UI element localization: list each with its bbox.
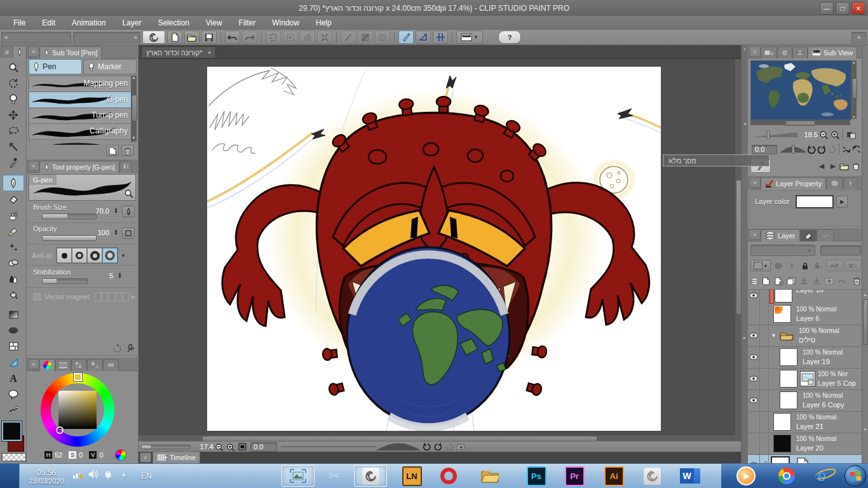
vector-magnet-checkbox[interactable] — [33, 293, 41, 301]
tool-decoration[interactable] — [3, 224, 24, 239]
show-hidden-icons[interactable]: ▲ — [118, 469, 129, 480]
vector-magnet-expand-icon[interactable]: ▶ — [132, 294, 135, 300]
brush-list-scrollbar[interactable]: ▲ ▼ — [131, 76, 137, 142]
subview-vscrollbar[interactable]: ▲▼ — [851, 60, 857, 119]
subtool-menu-button[interactable]: ≡ — [28, 46, 39, 57]
layer-property-menu-button[interactable]: ≡ — [749, 177, 761, 187]
panel-collapse-strip-2[interactable]: « — [73, 32, 140, 43]
layer-row-6[interactable]: 100 % Normal Layer 6 — [748, 304, 862, 325]
snap-to-special-ruler-button[interactable] — [416, 30, 431, 44]
taskbar-snipping-tool[interactable]: ✂ — [318, 465, 351, 487]
layers-scroll-down-icon[interactable]: ▼ — [862, 428, 868, 431]
tool-fill[interactable] — [3, 287, 24, 302]
brush-detail-tab[interactable] — [119, 161, 132, 173]
reference-layer-button[interactable] — [844, 260, 861, 271]
stabilization-slider[interactable] — [42, 278, 88, 284]
canvas-zoom-slider[interactable] — [141, 445, 191, 449]
menu-selection[interactable]: Selection — [149, 18, 197, 27]
effect-tab[interactable] — [843, 177, 858, 189]
intermediate-color-tab[interactable] — [87, 359, 103, 371]
new-layer-button[interactable] — [761, 276, 771, 285]
new-file-button[interactable] — [167, 30, 182, 44]
tool-property-tab[interactable]: Tool property [G-pen] — [39, 161, 119, 173]
redo-button[interactable] — [242, 30, 257, 44]
tool-correct-line[interactable] — [3, 402, 24, 417]
taskbar-premiere[interactable]: Pr — [558, 465, 591, 487]
layer-tab[interactable]: Layer — [761, 229, 800, 241]
menu-help[interactable]: Help — [308, 18, 340, 27]
color-panel-menu-button[interactable]: ≡ — [28, 359, 39, 369]
delete-layer-button[interactable] — [851, 276, 862, 285]
tool-ruler[interactable] — [3, 355, 24, 370]
taskbar-photoshop[interactable]: Ps — [520, 465, 553, 487]
document-tab[interactable]: *קורונה וכדור הארץ ● — [141, 46, 216, 58]
timeline-menu-button[interactable]: ≡ — [140, 452, 151, 463]
right-collapse-strip[interactable]: » ◄ ► — [741, 45, 748, 463]
folder-expand-icon[interactable]: ▼ — [771, 332, 776, 339]
subview-tab[interactable]: Sub View — [808, 46, 857, 58]
scale-rotate-button[interactable] — [317, 30, 332, 44]
reset-rotation-button[interactable] — [444, 442, 455, 451]
tool-panel-tab[interactable] — [13, 46, 27, 58]
subtool-group-marker[interactable]: Marker — [83, 59, 137, 74]
taskbar-chrome[interactable] — [770, 465, 803, 487]
snap-grid-button[interactable] — [375, 30, 390, 44]
visibility-eye-icon[interactable] — [749, 354, 758, 360]
title-bar[interactable]: 29.70) *קורונה וכדור הארץ x 24.00cm 350d… — [0, 0, 868, 16]
canvas-vscrollbar[interactable] — [735, 59, 741, 435]
subview-zoom-in-button[interactable] — [829, 130, 841, 139]
subtool-group-pen[interactable]: Pen — [29, 59, 82, 74]
show-desktop-button[interactable] — [0, 464, 20, 488]
brush-turnip-pen[interactable]: Turnip pen — [29, 108, 132, 124]
subview-next-button[interactable]: ▶ — [827, 161, 839, 170]
opacity-slider[interactable] — [42, 235, 97, 241]
layer-color-expand-button[interactable]: ▶ — [836, 196, 848, 208]
opacity-stepper[interactable]: ▲▼ — [114, 229, 118, 235]
timeline-tab[interactable]: Timeline — [153, 451, 200, 463]
network-icon[interactable] — [72, 469, 83, 480]
brush-g-pen[interactable]: G-pen — [29, 92, 132, 108]
select-border-button[interactable] — [283, 30, 298, 44]
layer-thumbnail[interactable] — [773, 305, 791, 323]
taskbar-explorer[interactable] — [473, 465, 506, 487]
visibility-eye-icon[interactable] — [749, 292, 758, 299]
tool-blend[interactable] — [3, 271, 24, 287]
subview-rotate-cw-button[interactable] — [817, 145, 827, 154]
layer-thumbnail[interactable] — [780, 348, 797, 366]
taskbar-word[interactable]: W — [674, 465, 707, 487]
subview-flip-h-button[interactable] — [841, 145, 851, 154]
menu-view[interactable]: View — [198, 18, 231, 27]
menu-filter[interactable]: Filter — [231, 18, 264, 27]
subview-prev-button[interactable]: ◀ — [816, 161, 827, 170]
tool-selection[interactable] — [3, 123, 24, 139]
lock-transparent-button[interactable] — [813, 261, 824, 270]
canvas-rotation-field[interactable]: 0.0 — [250, 442, 277, 452]
taskbar-ie[interactable]: e — [808, 465, 841, 487]
collapse-zoombar-button[interactable]: ◄ — [455, 442, 466, 451]
new-folder-button[interactable] — [787, 276, 797, 285]
taskbar-clock[interactable]: 05:56 23/03/2020 — [22, 466, 71, 487]
taskbar-illustrator[interactable]: Ai — [597, 465, 630, 487]
minimize-button[interactable]: — — [820, 2, 834, 15]
brush-mapping-pen[interactable]: Mapping pen — [29, 76, 132, 92]
snap-off-button[interactable] — [341, 30, 356, 44]
help-button[interactable]: ? — [498, 30, 521, 44]
layer-row-6-copy[interactable]: 100 % Normal Layer 6 Copy — [748, 390, 862, 412]
subview-flip-v-button[interactable] — [851, 145, 862, 154]
item-bank-tab[interactable] — [792, 46, 808, 58]
menu-edit[interactable]: Edit — [34, 18, 64, 27]
aa-dropdown-icon[interactable]: ▼ — [121, 253, 126, 259]
menu-layer[interactable]: Layer — [114, 18, 149, 27]
layer-color-swatch[interactable] — [796, 195, 834, 208]
clip-studio-logo-button[interactable] — [142, 30, 165, 44]
rotate-ccw-button[interactable] — [421, 442, 432, 451]
language-indicator[interactable]: EN — [141, 471, 152, 480]
layer-search-tab[interactable] — [800, 229, 817, 241]
layer-panel-menu-button[interactable]: ≡ — [749, 229, 761, 240]
wrench-icon[interactable] — [126, 344, 135, 353]
taskbar-opera[interactable] — [432, 465, 465, 487]
subview-flip-button[interactable] — [845, 130, 857, 139]
layer-thumbnail[interactable] — [773, 435, 791, 452]
subview-image[interactable] — [750, 60, 851, 120]
layer-thumbnail[interactable] — [780, 370, 797, 388]
